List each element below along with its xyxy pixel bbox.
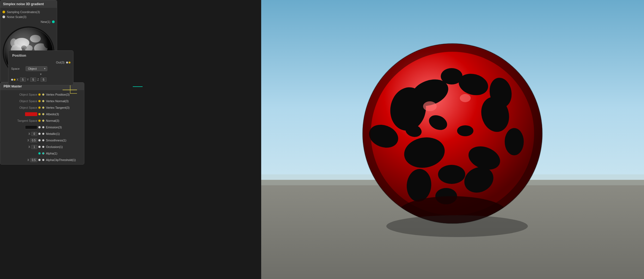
z-field: Z 5 (37, 77, 47, 82)
y-value[interactable]: 5 (30, 77, 36, 82)
new-output-row: New(1) (2, 19, 55, 24)
pbr-output-label-0: Vertex Position(3) (46, 93, 81, 96)
pbr-out-port-3 (42, 113, 44, 115)
pbr-row-smoothness: X 0.5 Smoothness(1) (0, 137, 84, 144)
pbr-input-object-space-1: Object Space (19, 99, 37, 103)
pbr-out-port-8 (42, 146, 44, 148)
pbr-in-port-6 (38, 133, 41, 135)
pbr-row-emission: Emission(3) (0, 124, 84, 131)
position-node-title: Position (11, 53, 70, 60)
3d-viewport (261, 0, 644, 279)
viewport-background (261, 0, 644, 279)
xyz-port-white (11, 79, 13, 81)
svg-point-48 (386, 215, 528, 237)
space-row: Space Object ▼ (11, 65, 70, 72)
pbr-output-label-6: Metallic(1) (46, 132, 81, 135)
pbr-output-label-2: Vertex Tangent(3) (46, 106, 81, 109)
pbr-row-alpha-clip: X 0.5 AlphaClipThreshold(1) (0, 157, 84, 163)
pbr-out-port-6 (42, 133, 44, 135)
noise-scale-row: Noise Scale(3) (2, 14, 55, 19)
sampling-in-port (2, 11, 5, 13)
svg-point-42 (505, 128, 524, 155)
svg-point-44 (460, 94, 471, 102)
pbr-row-metallic: X 0 Metallic(1) (0, 131, 84, 137)
shader-graph: Position Out(3) Space Object ▼ ▼ (0, 0, 261, 279)
metallic-x-label: X (28, 132, 30, 135)
pbr-out-port-1 (42, 100, 44, 102)
pbr-row-vertex-normal: Object Space Vertex Normal(3) (0, 98, 84, 104)
pbr-in-port-2 (38, 107, 41, 109)
position-out-port-yellow (69, 62, 70, 63)
svg-point-43 (423, 101, 437, 111)
smoothness-value[interactable]: 0.5 (30, 138, 37, 142)
pbr-out-port-5 (42, 126, 44, 128)
pbr-out-port-7 (42, 139, 44, 141)
pbr-in-port-5 (38, 126, 41, 128)
noise-scale-label: Noise Scale(3) (7, 15, 26, 19)
y-field: Y 5 (27, 77, 36, 82)
pbr-row-alpha: Alpha(1) (0, 150, 84, 157)
pbr-out-port-0 (42, 93, 44, 96)
position-out-ports (66, 62, 70, 63)
svg-point-32 (457, 125, 473, 136)
expand-arrow[interactable]: ▼ (11, 72, 70, 76)
sampling-label: Sampling Coordinates(3) (7, 10, 40, 14)
albedo-color-swatch[interactable] (25, 112, 37, 116)
pbr-tangent-space-label: Tangent Space (17, 119, 37, 122)
occlusion-value[interactable]: 1 (31, 145, 37, 149)
pbr-in-port-1 (38, 100, 41, 102)
xyz-port-yellow (14, 79, 16, 81)
emission-color-swatch[interactable] (25, 125, 37, 129)
pbr-input-object-space-2: Object Space (19, 106, 37, 109)
position-out-label: Out(3) (56, 61, 64, 64)
xyz-row: X 5 Y 5 Z 5 (11, 76, 70, 83)
pbr-row-albedo: Albedo(3) (0, 111, 84, 117)
space-label: Space (11, 67, 23, 70)
space-dropdown[interactable]: Object ▼ (26, 66, 47, 71)
pbr-master-node: PBR Master Object Space Vertex Position(… (0, 82, 84, 165)
pbr-output-label-8: Occlusion(1) (46, 145, 81, 148)
metallic-value[interactable]: 0 (31, 132, 37, 136)
pbr-out-port-9 (42, 152, 44, 154)
pbr-input-object-space-0: Object Space (19, 93, 37, 96)
pbr-in-port-3 (38, 113, 41, 115)
alphaclip-x-label: X (27, 159, 29, 162)
pbr-row-normal: Tangent Space Normal(3) (0, 117, 84, 124)
occlusion-x-label: X (28, 145, 30, 148)
z-value[interactable]: 5 (41, 77, 47, 82)
svg-point-28 (441, 68, 463, 84)
simplex-header: Simplex noise 3D gradient (0, 0, 57, 8)
new-out-port (52, 20, 55, 23)
pbr-output-label-3: Albedo(3) (46, 113, 81, 116)
pbr-output-label-10: AlphaClipThreshold(1) (46, 158, 81, 162)
pbr-output-label-5: Emission(3) (46, 126, 81, 129)
pbr-in-port-7 (38, 139, 41, 141)
svg-point-35 (438, 165, 465, 184)
pbr-in-port-0 (38, 93, 41, 96)
x-value[interactable]: 5 (20, 77, 26, 82)
pbr-out-port-10 (42, 159, 44, 161)
dropdown-arrow-icon: ▼ (44, 67, 46, 70)
alphaclip-value[interactable]: 0.5 (30, 158, 37, 162)
pbr-body: Object Space Vertex Position(3) Object S… (0, 90, 84, 164)
sampling-row: Sampling Coordinates(3) (2, 10, 55, 14)
pbr-row-vertex-position: Object Space Vertex Position(3) (0, 91, 84, 98)
pbr-output-label-7: Smoothness(1) (46, 139, 81, 142)
position-out-port-white (66, 62, 68, 63)
pbr-out-port-4 (42, 120, 44, 122)
pbr-out-port-2 (42, 107, 44, 109)
y-label: Y (27, 78, 30, 81)
noise-scale-port (2, 16, 5, 18)
xyz-ports (11, 79, 16, 81)
new-label: New(1) (41, 20, 50, 23)
pbr-output-label-1: Vertex Normal(3) (46, 99, 81, 103)
position-node: Position Out(3) Space Object ▼ ▼ (8, 50, 73, 85)
pbr-row-vertex-tangent: Object Space Vertex Tangent(3) (0, 104, 84, 111)
pbr-output-label-9: Alpha(1) (46, 152, 81, 155)
x-label: X (17, 78, 19, 81)
pbr-in-port-4 (38, 120, 41, 122)
pbr-in-port-10 (38, 159, 41, 161)
position-out-row: Out(3) (11, 60, 70, 65)
x-field: X 5 (17, 77, 26, 82)
space-value: Object (28, 67, 37, 70)
